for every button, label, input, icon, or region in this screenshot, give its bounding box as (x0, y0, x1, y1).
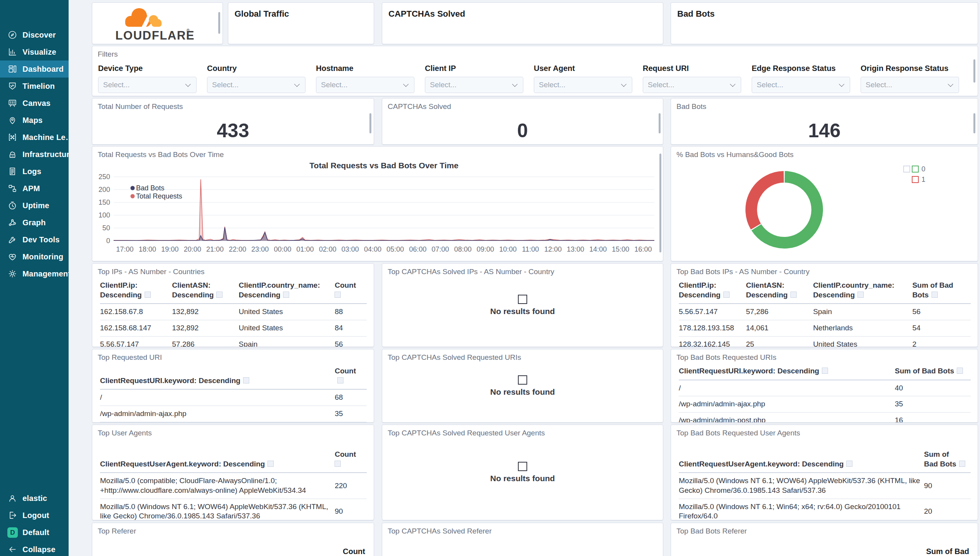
table-cell[interactable]: /wp-admin/admin-ajax.php (100, 406, 335, 422)
sidebar-item-timelion[interactable]: Timelion (0, 78, 69, 95)
legend-item[interactable]: Bad Bots (131, 184, 165, 192)
table-cell[interactable]: 25 (746, 336, 813, 347)
table-cell[interactable]: United States (239, 304, 335, 320)
header-sort-icon[interactable] (932, 292, 938, 298)
table-cell[interactable]: 162.158.68.147 (100, 320, 172, 337)
scrollbar[interactable] (218, 12, 220, 34)
table-cell[interactable]: 35 (335, 406, 367, 422)
column-header[interactable]: ClientIP.ip:Descending (679, 279, 746, 304)
table-cell[interactable]: United States (813, 336, 912, 347)
column-header[interactable]: ClientIP.country_name:Descending (239, 279, 335, 304)
column-header[interactable]: Sum of Bad Bots (895, 365, 971, 380)
table-cell[interactable]: Netherlands (813, 320, 912, 337)
scrollbar[interactable] (973, 113, 975, 133)
sidebar-item-management[interactable]: Management (0, 265, 69, 282)
sidebar-item-canvas[interactable]: Canvas (0, 95, 69, 112)
legend-item[interactable]: 0 (912, 165, 925, 173)
header-sort-icon[interactable] (335, 292, 341, 298)
column-header[interactable]: Count (335, 440, 367, 473)
column-header[interactable]: Sum ofBad Bots (924, 440, 971, 473)
table-cell[interactable]: /wp-admin/admin-post.php (100, 422, 335, 423)
header-sort-icon[interactable] (267, 461, 274, 467)
header-sort-icon[interactable] (283, 292, 289, 298)
column-header[interactable]: ClientIP.country_name:Descending (813, 279, 912, 304)
table-cell[interactable]: Spain (239, 336, 335, 347)
header-sort-icon[interactable] (243, 377, 249, 383)
table-cell[interactable]: 90 (924, 473, 971, 499)
table-cell[interactable]: Mozilla/5.0 (Windows NT 6.1; WOW64) Appl… (679, 473, 924, 499)
header-sort-icon[interactable] (335, 461, 341, 467)
sidebar-item-monitoring[interactable]: Monitoring (0, 248, 69, 265)
sidebar-item-collapse[interactable]: Collapse (0, 541, 69, 556)
table-cell[interactable]: 84 (335, 320, 367, 337)
header-sort-icon[interactable] (959, 461, 965, 467)
table-cell[interactable]: /wp-admin/admin-post.php (679, 413, 895, 423)
sidebar-item-logout[interactable]: Logout (0, 507, 69, 524)
filter-select-user-agent[interactable]: Select... (534, 77, 632, 93)
filter-select-edge-response-status[interactable]: Select... (752, 77, 850, 93)
sidebar-item-logs[interactable]: Logs (0, 163, 69, 180)
sidebar-item-graph[interactable]: Graph (0, 214, 69, 231)
table-cell[interactable]: 2 (912, 336, 971, 347)
table-cell[interactable]: 57,286 (172, 336, 239, 347)
table-cell[interactable]: 178.128.193.158 (679, 320, 746, 337)
scrollbar[interactable] (659, 113, 661, 133)
table-cell[interactable]: 5.56.57.147 (679, 304, 746, 320)
table-cell[interactable]: 14,061 (746, 320, 813, 337)
table-cell[interactable]: 56 (335, 336, 367, 347)
sidebar-item-machine-le[interactable]: Machine Le… (0, 129, 69, 146)
table-cell[interactable]: 68 (335, 389, 367, 406)
column-header[interactable]: ClientRequestURI.keyword: Descending (100, 365, 335, 389)
table-cell[interactable]: 16 (335, 422, 367, 423)
filter-select-request-uri[interactable]: Select... (643, 77, 741, 93)
scrollbar[interactable] (369, 113, 371, 133)
legend-item[interactable]: 1 (912, 176, 925, 183)
table-cell[interactable]: Mozilla/5.0 (Windows NT 6.1; WOW64) Appl… (100, 499, 335, 520)
header-sort-icon[interactable] (957, 368, 963, 374)
filter-select-origin-response-status[interactable]: Select... (861, 77, 959, 93)
table-cell[interactable]: 128.32.162.145 (679, 336, 746, 347)
table-cell[interactable]: 57,286 (746, 304, 813, 320)
sidebar-item-uptime[interactable]: Uptime (0, 197, 69, 214)
table-cell[interactable]: 88 (335, 304, 367, 320)
table-cell[interactable]: 132,892 (172, 320, 239, 337)
header-sort-icon[interactable] (822, 368, 828, 374)
table-cell[interactable]: 16 (895, 413, 971, 423)
filter-select-client-ip[interactable]: Select... (425, 77, 523, 93)
sidebar-item-discover[interactable]: Discover (0, 26, 69, 43)
sidebar-item-infrastructure[interactable]: Infrastructure (0, 146, 69, 163)
table-cell[interactable]: Mozilla/5.0 (compatible; CloudFlare-Alwa… (100, 473, 335, 499)
header-sort-icon[interactable] (723, 292, 730, 298)
table-cell[interactable]: 132,892 (172, 304, 239, 320)
table-cell[interactable]: 40 (895, 380, 971, 396)
table-cell[interactable]: 5.56.57.147 (100, 336, 172, 347)
table-cell[interactable]: 56 (912, 304, 971, 320)
sidebar-item-dev-tools[interactable]: Dev Tools (0, 231, 69, 248)
table-cell[interactable]: 20 (924, 499, 971, 520)
table-cell[interactable]: United States (239, 320, 335, 337)
column-header[interactable]: ClientASN:Descending (172, 279, 239, 304)
sidebar-item-dashboard[interactable]: Dashboard (0, 60, 69, 78)
table-cell[interactable]: 54 (912, 320, 971, 337)
column-header[interactable]: Count (335, 279, 367, 304)
header-sort-icon[interactable] (216, 292, 223, 298)
header-sort-icon[interactable] (145, 292, 151, 298)
column-header[interactable]: ClientIP.ip:Descending (100, 279, 172, 304)
filter-select-device-type[interactable]: Select... (98, 77, 197, 93)
header-sort-icon[interactable] (846, 461, 852, 467)
column-header[interactable]: ClientRequestUserAgent.keyword: Descendi… (679, 440, 924, 473)
filter-select-hostname[interactable]: Select... (316, 77, 414, 93)
column-header[interactable]: ClientRequestUserAgent.keyword: Descendi… (100, 440, 335, 473)
column-header[interactable]: ClientASN:Descending (746, 279, 813, 304)
table-cell[interactable]: 220 (335, 473, 367, 499)
sidebar-item-maps[interactable]: Maps (0, 112, 69, 129)
table-cell[interactable]: / (679, 380, 895, 396)
scrollbar[interactable] (659, 154, 661, 252)
table-cell[interactable]: / (100, 389, 335, 406)
header-sort-icon[interactable] (858, 292, 864, 298)
sidebar-item-default[interactable]: DDefault (0, 524, 69, 541)
column-header[interactable]: Sum of BadBots (912, 279, 971, 304)
header-sort-icon[interactable] (790, 292, 797, 298)
column-header[interactable]: Count (335, 365, 367, 389)
sidebar-item-elastic[interactable]: elastic (0, 490, 69, 507)
